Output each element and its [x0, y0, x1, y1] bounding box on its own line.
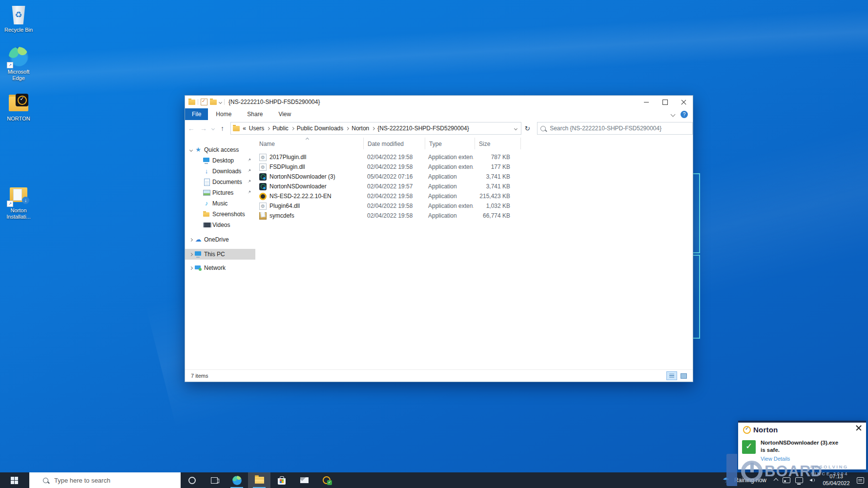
sidebar-item-desktop[interactable]: Desktop	[185, 155, 255, 166]
qat-properties-icon[interactable]	[201, 99, 207, 105]
weather-label[interactable]: Raining now	[734, 477, 766, 484]
refresh-icon[interactable]: ↻	[524, 124, 530, 132]
maximize-button[interactable]	[656, 96, 674, 108]
desktop-icon-microsoft-edge[interactable]: ↗ Microsoft Edge	[0, 47, 37, 81]
sidebar-item-documents[interactable]: Documents	[185, 177, 255, 187]
taskbar-clock[interactable]: 07:13 05/04/2022	[821, 473, 852, 487]
file-row[interactable]: NortonNSDownloader (3) 05/04/2022 07:16 …	[255, 172, 693, 182]
taskbar-store-button[interactable]	[270, 472, 293, 488]
details-view-button[interactable]	[666, 371, 677, 380]
sidebar-item-label: Network	[204, 264, 226, 271]
ribbon-collapse-chevron-icon[interactable]	[671, 112, 676, 117]
safe-check-icon	[742, 440, 756, 454]
minimize-icon	[644, 102, 649, 102]
breadcrumb-users[interactable]: Users	[249, 125, 264, 132]
tray-cast-icon[interactable]	[783, 477, 790, 483]
help-icon[interactable]	[681, 111, 688, 118]
sidebar-item-network[interactable]: Network	[185, 263, 255, 273]
breadcrumb-separator-icon	[346, 126, 349, 130]
taskbar-edge-button[interactable]	[226, 472, 248, 488]
sidebar-item-pictures[interactable]: Pictures	[185, 187, 255, 198]
view-details-link[interactable]: View Details	[761, 456, 790, 462]
task-view-icon	[211, 477, 218, 484]
documents-icon	[203, 179, 210, 185]
sidebar-item-this-pc[interactable]: This PC	[185, 249, 255, 260]
taskbar-search-input[interactable]	[53, 476, 181, 485]
sidebar-item-quick-access[interactable]: Quick access	[185, 144, 255, 155]
file-row[interactable]: FSDPlugin.dll 02/04/2022 19:58 Applicati…	[255, 162, 693, 172]
taskbar-search-box[interactable]	[29, 472, 181, 488]
large-icons-view-button[interactable]	[678, 371, 689, 380]
forward-button[interactable]: →	[197, 124, 209, 132]
norton-downloader-icon	[259, 173, 267, 181]
breadcrumb-current-folder[interactable]: {NS-2222210-SHPD-FSD5290004}	[377, 125, 469, 132]
desktop-icon-recycle-bin[interactable]: Recycle Bin	[0, 5, 37, 33]
collapse-chevron-icon[interactable]	[189, 266, 193, 269]
sort-ascending-icon	[306, 138, 309, 141]
file-size: 215,423 KB	[474, 193, 515, 200]
file-row[interactable]: NortonNSDownloader 02/04/2022 19:57 Appl…	[255, 182, 693, 191]
desktop-icon-norton-installation[interactable]: ↗ Norton Installati...	[0, 185, 37, 220]
dll-icon	[259, 163, 267, 171]
desktop-icon-norton[interactable]: NORTON	[0, 94, 37, 122]
download-badge-icon	[22, 197, 29, 204]
qat-customize-chevron-icon[interactable]	[219, 100, 222, 103]
file-row[interactable]: 2017Plugin.dll 02/04/2022 19:58 Applicat…	[255, 152, 693, 162]
sidebar-item-videos[interactable]: Videos	[185, 220, 255, 230]
breadcrumb-public[interactable]: Public	[272, 125, 289, 132]
tab-view[interactable]: View	[270, 108, 299, 120]
file-rows: 2017Plugin.dll 02/04/2022 19:58 Applicat…	[255, 152, 693, 221]
column-header-name[interactable]: Name	[255, 138, 364, 149]
taskbar-mail-button[interactable]	[293, 472, 315, 488]
spacer	[185, 245, 255, 249]
quick-access-star-icon	[194, 146, 202, 153]
taskbar-file-explorer-button[interactable]	[248, 472, 270, 488]
sidebar-item-downloads[interactable]: Downloads	[185, 166, 255, 177]
action-center-icon[interactable]	[857, 477, 864, 484]
expand-chevron-icon[interactable]	[189, 148, 193, 151]
column-header-date-modified[interactable]: Date modified	[364, 138, 425, 149]
clock-time: 07:13	[829, 473, 843, 480]
tab-home[interactable]: Home	[208, 108, 239, 120]
back-button[interactable]: ←	[185, 124, 197, 132]
file-type: Application	[424, 212, 474, 219]
up-button[interactable]: ↑	[216, 124, 228, 132]
column-header-size[interactable]: Size	[475, 138, 521, 149]
file-row[interactable]: symcdefs 02/04/2022 19:58 Application 66…	[255, 211, 693, 221]
minimize-button[interactable]	[637, 96, 656, 108]
sidebar-item-screenshots[interactable]: Screenshots	[185, 209, 255, 220]
recent-locations-chevron-icon[interactable]	[211, 126, 215, 130]
address-dropdown-chevron-icon[interactable]	[514, 126, 517, 130]
file-name: 2017Plugin.dll	[269, 154, 306, 161]
task-view-button[interactable]	[203, 472, 226, 488]
ribbon-right-controls	[671, 108, 693, 120]
sidebar-item-music[interactable]: Music	[185, 198, 255, 209]
column-header-type[interactable]: Type	[425, 138, 475, 149]
cortana-button[interactable]	[181, 472, 203, 488]
tray-network-icon[interactable]	[795, 477, 803, 483]
file-row[interactable]: Plugin64.dll 02/04/2022 19:58 Applicatio…	[255, 201, 693, 211]
breadcrumb-norton[interactable]: Norton	[351, 125, 369, 132]
column-label: Size	[479, 141, 490, 147]
tray-volume-icon[interactable]	[808, 477, 816, 484]
notification-close-icon[interactable]	[855, 425, 862, 431]
start-button[interactable]	[0, 472, 28, 488]
taskbar-norton-button[interactable]	[315, 472, 338, 488]
close-button[interactable]	[674, 96, 693, 108]
collapse-chevron-icon[interactable]	[189, 252, 193, 256]
file-row[interactable]: NS-ESD-22.22.2.10-EN 02/04/2022 19:58 Ap…	[255, 191, 693, 201]
tab-file[interactable]: File	[185, 108, 208, 120]
collapse-chevron-icon[interactable]	[189, 238, 193, 241]
title-bar[interactable]: {NS-2222210-SHPD-FSD5290004}	[185, 96, 693, 108]
show-hidden-icons-chevron[interactable]	[774, 478, 779, 483]
tab-share[interactable]: Share	[239, 108, 270, 120]
weather-umbrella-icon[interactable]: ☂	[723, 476, 729, 485]
file-name: symcdefs	[269, 212, 294, 219]
large-icons-view-icon	[681, 373, 687, 379]
explorer-search-input[interactable]	[549, 124, 689, 132]
qat-new-folder-icon[interactable]	[210, 100, 217, 105]
breadcrumb-public-downloads[interactable]: Public Downloads	[297, 125, 343, 132]
sidebar-item-onedrive[interactable]: OneDrive	[185, 234, 255, 245]
address-bar[interactable]: « Users Public Public Downloads Norton {…	[230, 122, 521, 135]
explorer-search-box[interactable]	[537, 122, 693, 135]
